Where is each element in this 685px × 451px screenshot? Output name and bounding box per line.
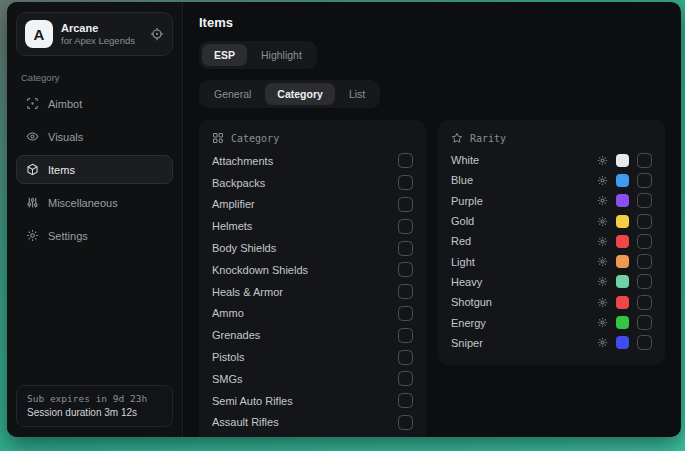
checkbox-sniper[interactable] <box>637 335 652 350</box>
checkbox-helmets[interactable] <box>398 219 413 234</box>
color-swatch[interactable] <box>616 296 629 309</box>
checkbox-heals-armor[interactable] <box>398 284 413 299</box>
checkbox-red[interactable] <box>637 234 652 249</box>
rarity-label: Purple <box>451 195 483 207</box>
sidebar-item-visuals[interactable]: Visuals <box>16 122 173 151</box>
category-row: Ammo <box>212 303 413 325</box>
category-row: Heals & Armor <box>212 281 413 303</box>
rarity-row: Energy <box>451 312 652 332</box>
sidebar-item-label: Items <box>48 164 75 176</box>
category-row: Amplifier <box>212 194 413 216</box>
checkbox-backpacks[interactable] <box>398 175 413 190</box>
rarity-label: Sniper <box>451 337 483 349</box>
gear-icon[interactable] <box>597 216 608 227</box>
main-content: Items ESP Highlight General Category Lis… <box>183 2 681 437</box>
checkbox-shotgun[interactable] <box>637 295 652 310</box>
crosshair-icon <box>26 97 39 110</box>
rarity-row: Gold <box>451 211 652 231</box>
color-swatch[interactable] <box>616 316 629 329</box>
checkbox-light[interactable] <box>637 254 652 269</box>
tab-general[interactable]: General <box>202 83 263 105</box>
rarity-row: Red <box>451 231 652 251</box>
sidebar: A Arcane for Apex Legends Category <box>7 2 183 437</box>
category-row: Assault Rifles <box>212 412 413 434</box>
sidebar-item-miscellaneous[interactable]: Miscellaneous <box>16 188 173 217</box>
mode-toggle: ESP Highlight <box>199 41 317 69</box>
rarity-row: Blue <box>451 170 652 190</box>
checkbox-ammo[interactable] <box>398 306 413 321</box>
checkbox-amplifier[interactable] <box>398 197 413 212</box>
sidebar-section-label: Category <box>21 72 168 83</box>
gear-icon[interactable] <box>597 195 608 206</box>
category-label: Backpacks <box>212 177 265 189</box>
gear-icon[interactable] <box>597 297 608 308</box>
gear-icon[interactable] <box>597 317 608 328</box>
scope-icon[interactable] <box>150 27 164 41</box>
rarity-row: Shotgun <box>451 292 652 312</box>
app-logo: A <box>25 20 53 48</box>
color-swatch[interactable] <box>616 174 629 187</box>
color-swatch[interactable] <box>616 194 629 207</box>
color-swatch[interactable] <box>616 154 629 167</box>
rarity-label: Heavy <box>451 276 482 288</box>
gear-icon[interactable] <box>597 175 608 186</box>
rarity-label: Shotgun <box>451 296 492 308</box>
category-row: LMGs <box>212 433 413 437</box>
checkbox-grenades[interactable] <box>398 328 413 343</box>
color-swatch[interactable] <box>616 336 629 349</box>
checkbox-knockdown-shields[interactable] <box>398 262 413 277</box>
rarity-label: Red <box>451 235 471 247</box>
category-label: Knockdown Shields <box>212 264 308 276</box>
checkbox-semi-auto-rifles[interactable] <box>398 393 413 408</box>
checkbox-smgs[interactable] <box>398 371 413 386</box>
app-window: A Arcane for Apex Legends Category <box>7 2 681 437</box>
sidebar-item-settings[interactable]: Settings <box>16 221 173 250</box>
color-swatch[interactable] <box>616 235 629 248</box>
checkbox-white[interactable] <box>637 153 652 168</box>
category-label: Attachments <box>212 155 273 167</box>
session-duration-text: Session duration 3m 12s <box>27 407 162 418</box>
category-label: Pistols <box>212 351 244 363</box>
category-label: Assault Rifles <box>212 416 279 428</box>
color-swatch[interactable] <box>616 275 629 288</box>
checkbox-purple[interactable] <box>637 193 652 208</box>
category-panel-title: Category <box>231 133 279 144</box>
checkbox-heavy[interactable] <box>637 274 652 289</box>
checkbox-gold[interactable] <box>637 214 652 229</box>
gear-icon[interactable] <box>597 236 608 247</box>
category-panel: Category Attachments Backpacks Amplifier… <box>199 120 426 437</box>
star-icon <box>451 132 463 144</box>
category-label: Semi Auto Rifles <box>212 395 293 407</box>
category-row: Grenades <box>212 324 413 346</box>
checkbox-blue[interactable] <box>637 173 652 188</box>
gear-icon[interactable] <box>597 337 608 348</box>
checkbox-body-shields[interactable] <box>398 241 413 256</box>
checkbox-attachments[interactable] <box>398 153 413 168</box>
sidebar-item-items[interactable]: Items <box>16 155 173 184</box>
category-row: Helmets <box>212 215 413 237</box>
category-label: Grenades <box>212 329 260 341</box>
subscription-card: Sub expires in 9d 23h Session duration 3… <box>16 385 173 427</box>
gear-icon[interactable] <box>597 155 608 166</box>
gear-icon[interactable] <box>597 256 608 267</box>
rarity-label: White <box>451 154 479 166</box>
app-subtitle: for Apex Legends <box>61 35 135 46</box>
gear-icon[interactable] <box>597 276 608 287</box>
sidebar-nav: Aimbot Visuals Items <box>16 89 173 250</box>
mode-esp-button[interactable]: ESP <box>202 44 247 66</box>
sidebar-item-label: Settings <box>48 230 88 242</box>
color-swatch[interactable] <box>616 215 629 228</box>
mode-highlight-button[interactable]: Highlight <box>249 44 314 66</box>
sidebar-item-aimbot[interactable]: Aimbot <box>16 89 173 118</box>
rarity-label: Energy <box>451 317 486 329</box>
checkbox-pistols[interactable] <box>398 350 413 365</box>
rarity-label: Blue <box>451 174 473 186</box>
brand-card: A Arcane for Apex Legends <box>16 12 173 56</box>
tab-category[interactable]: Category <box>265 83 335 105</box>
checkbox-energy[interactable] <box>637 315 652 330</box>
sidebar-item-label: Aimbot <box>48 98 82 110</box>
color-swatch[interactable] <box>616 255 629 268</box>
checkbox-assault-rifles[interactable] <box>398 415 413 430</box>
sub-expires-text: Sub expires in 9d 23h <box>27 393 162 404</box>
tab-list[interactable]: List <box>337 83 377 105</box>
